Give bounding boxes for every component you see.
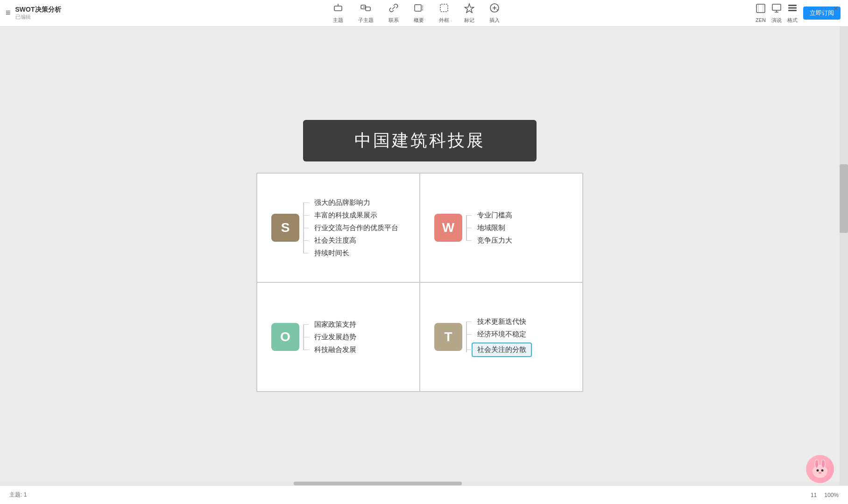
swot-grid: S 强大的品牌影响力 丰富的科技成果展示 行业交流与合作的优质平台 (256, 173, 583, 392)
toolbar-mark[interactable]: 标记 (464, 3, 474, 24)
t-item-1: 技术更新迭代快 (477, 317, 526, 326)
toolbar-subtopic[interactable]: 子主题 (358, 3, 374, 24)
maximize-button[interactable]: □ (820, 5, 827, 12)
o-letter-box: O (271, 323, 299, 351)
status-right: 11 100% (811, 492, 839, 498)
s-letter: S (281, 220, 290, 235)
canvas-area: 中国建筑科技展 S 强大的品牌影响力 丰富的科技成果展示 (0, 27, 840, 485)
zoom-level: 100% (824, 492, 839, 498)
svg-point-24 (819, 472, 821, 474)
t-letter-box: T (434, 323, 462, 351)
o-item-2: 行业发展趋势 (314, 333, 356, 342)
list-item[interactable]: 丰富的科技成果展示 (309, 211, 398, 220)
toolbar-link-label: 联系 (389, 17, 399, 24)
s-branch-list: 强大的品牌影响力 丰富的科技成果展示 行业交流与合作的优质平台 社会关注度高 持 (309, 198, 398, 258)
toolbar: 主题 子主题 联系 概要 外框 (84, 3, 748, 24)
list-item[interactable]: 竞争压力大 (472, 236, 512, 245)
svg-point-17 (813, 465, 827, 478)
insert-icon (489, 3, 500, 15)
topic-icon (333, 3, 343, 15)
s-item-3: 行业交流与合作的优质平台 (314, 224, 398, 232)
t-item-3: 社会关注的分散 (477, 345, 526, 354)
svg-point-23 (821, 469, 824, 472)
titlebar: ≡ SWOT决策分析 已编辑 主题 子主题 联系 (0, 0, 848, 27)
toolbar-topic-label: 主题 (333, 17, 343, 24)
w-item-3: 竞争压力大 (477, 236, 512, 245)
mark-icon (464, 3, 474, 15)
mascot-icon (806, 455, 834, 483)
toolbar-zen[interactable]: ZEN (756, 3, 766, 23)
quadrant-w[interactable]: W 专业门槛高 地域限制 竞争压力大 (420, 173, 583, 282)
toolbar-frame-label: 外框 (439, 17, 449, 24)
toolbar-frame[interactable]: 外框 (439, 3, 449, 24)
toolbar-zen-label: ZEN (756, 17, 766, 23)
summary-icon (414, 3, 424, 15)
t-branch-list: 技术更新迭代快 经济环境不稳定 社会关注的分散 (472, 317, 532, 357)
quadrant-s[interactable]: S 强大的品牌影响力 丰富的科技成果展示 行业交流与合作的优质平台 (257, 173, 420, 282)
list-item[interactable]: 社会关注度高 (309, 236, 398, 245)
t-letter: T (444, 329, 452, 344)
frame-icon (439, 3, 449, 15)
s-letter-box: S (271, 214, 299, 242)
list-item[interactable]: 地域限制 (472, 224, 512, 232)
w-item-2: 地域限制 (477, 224, 505, 232)
titlebar-left: ≡ SWOT决策分析 已编辑 (0, 6, 84, 21)
horizontal-scrollbar-thumb[interactable] (294, 482, 462, 485)
status-bar: 主题: 1 11 100% (0, 485, 848, 504)
toolbar-mark-label: 标记 (464, 17, 474, 24)
toolbar-summary[interactable]: 概要 (414, 3, 424, 24)
toolbar-insert[interactable]: 插入 (489, 3, 500, 24)
list-item[interactable]: 国家政策支持 (309, 320, 356, 329)
list-item[interactable]: 科技融合发展 (309, 345, 356, 354)
horizontal-scrollbar[interactable] (0, 482, 840, 485)
list-item[interactable]: 行业发展趋势 (309, 333, 356, 342)
o-item-1: 国家政策支持 (314, 320, 356, 329)
s-item-1: 强大的品牌影响力 (314, 198, 370, 207)
t-item-2: 经济环境不稳定 (477, 330, 526, 339)
window-controls: — □ ✕ (806, 5, 841, 12)
w-item-1: 专业门槛高 (477, 211, 512, 220)
list-item[interactable]: 技术更新迭代快 (472, 317, 532, 326)
s-item-4: 社会关注度高 (314, 236, 356, 245)
svg-rect-15 (788, 7, 797, 8)
svg-rect-0 (334, 6, 342, 11)
toolbar-insert-label: 插入 (489, 17, 500, 24)
toolbar-summary-label: 概要 (414, 17, 424, 24)
svg-rect-11 (772, 4, 781, 10)
toolbar-present[interactable]: 演说 (771, 3, 782, 24)
zen-icon (756, 3, 766, 16)
minimize-button[interactable]: — (806, 5, 816, 12)
scrollbar-thumb[interactable] (840, 164, 848, 233)
subtopic-icon (360, 3, 371, 15)
list-item[interactable]: 经济环境不稳定 (472, 330, 532, 339)
toolbar-format[interactable]: 格式 (787, 3, 798, 24)
w-branch-list: 专业门槛高 地域限制 竞争压力大 (472, 211, 512, 245)
list-item[interactable]: 专业门槛高 (472, 211, 512, 220)
quadrant-t[interactable]: T 技术更新迭代快 经济环境不稳定 社会关注的分散 (420, 282, 583, 392)
toolbar-present-label: 演说 (771, 17, 782, 24)
svg-rect-6 (440, 4, 448, 12)
toolbar-topic[interactable]: 主题 (333, 3, 343, 24)
o-letter: O (280, 329, 290, 344)
vertical-scrollbar[interactable] (840, 27, 848, 485)
list-item[interactable]: 行业交流与合作的优质平台 (309, 224, 398, 232)
menu-icon[interactable]: ≡ (6, 8, 11, 18)
main-title[interactable]: 中国建筑科技展 (303, 120, 537, 161)
toolbar-link[interactable]: 联系 (389, 3, 399, 24)
close-button[interactable]: ✕ (831, 5, 841, 12)
s-item-2: 丰富的科技成果展示 (314, 211, 377, 220)
toolbar-subtopic-label: 子主题 (358, 17, 374, 24)
canvas: 中国建筑科技展 S 强大的品牌影响力 丰富的科技成果展示 (0, 27, 840, 485)
svg-point-21 (822, 460, 825, 468)
format-icon (787, 3, 798, 15)
quadrant-o[interactable]: O 国家政策支持 行业发展趋势 科技融合发展 (257, 282, 420, 392)
svg-rect-3 (366, 7, 370, 11)
expand-label: 11 (811, 492, 817, 498)
list-item[interactable]: 持续时间长 (309, 249, 398, 258)
toolbar-format-label: 格式 (787, 17, 798, 24)
list-item[interactable]: 强大的品牌影响力 (309, 198, 398, 207)
w-letter-box: W (434, 214, 462, 242)
svg-rect-16 (788, 10, 797, 11)
link-icon (389, 3, 399, 15)
list-item-selected[interactable]: 社会关注的分散 (472, 343, 532, 357)
